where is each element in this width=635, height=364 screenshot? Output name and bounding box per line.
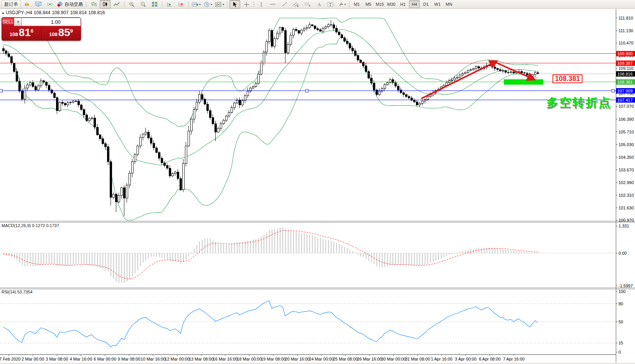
text-tool-icon[interactable]: A — [313, 0, 324, 8]
equidistant-channel-tool-icon[interactable]: E — [290, 0, 301, 8]
one-click-trading-panel: SELL ▼ ▲ BUY 108 81 6 108 85 9 — [2, 17, 81, 41]
axis-label-108.381: 108.381 — [616, 79, 635, 85]
svg-text:107.909: 107.909 — [617, 89, 633, 93]
tf-h4[interactable]: H4 — [409, 0, 420, 8]
svg-text:20 Mar 16:00: 20 Mar 16:00 — [285, 357, 310, 361]
vertical-line-tool-icon[interactable] — [256, 0, 267, 8]
svg-text:109.900: 109.900 — [617, 51, 633, 56]
svg-text:107.070: 107.070 — [619, 104, 634, 109]
separator — [254, 1, 254, 7]
deposit-gold-icon[interactable] — [21, 0, 32, 8]
support-zone-rect[interactable] — [504, 79, 543, 85]
arrows-tool-button[interactable]: ▾ — [336, 0, 347, 8]
text-label-tool-icon[interactable]: T — [325, 0, 336, 8]
rsi-line — [3, 301, 538, 347]
auto-scroll-icon[interactable] — [164, 0, 175, 8]
sell-price[interactable]: 108 81 6 — [2, 26, 41, 40]
chart-shift-icon[interactable] — [176, 0, 186, 8]
sell-price-figure: 108 — [10, 31, 18, 37]
price-annotation-box[interactable]: 108.381 — [553, 74, 582, 83]
svg-text:105.030: 105.030 — [619, 142, 634, 147]
separator — [227, 1, 228, 7]
tf-m1[interactable]: M1 — [351, 0, 362, 8]
buy-price-pips: 85 — [58, 27, 70, 38]
autotrading-button[interactable]: 自动交易 — [56, 0, 84, 8]
collapse-triangle-icon[interactable]: ▲ — [2, 11, 5, 15]
svg-text:T: T — [329, 2, 332, 7]
crosshair-tool-icon[interactable] — [241, 0, 252, 8]
tf-m5[interactable]: M5 — [363, 0, 374, 8]
indicators-button[interactable]: ▾ — [191, 0, 202, 8]
svg-text:108.816: 108.816 — [617, 72, 633, 76]
chevron-down-icon[interactable]: ▾ — [223, 3, 224, 6]
tile-windows-icon[interactable] — [149, 0, 160, 8]
bollinger-bands — [3, 18, 538, 220]
templates-button[interactable]: ▾ — [214, 0, 225, 8]
lot-decrease-button[interactable]: ▼ — [14, 18, 22, 26]
candles — [2, 20, 539, 216]
terminal-icon[interactable] — [33, 0, 44, 8]
macd-signal-line — [3, 231, 538, 279]
horizontal-line-tool-icon[interactable] — [267, 0, 278, 8]
fibonacci-tool-icon[interactable]: F — [302, 0, 313, 8]
chinese-annotation[interactable]: 多空转折点 — [546, 95, 612, 111]
time-axis[interactable]: 27 Feb 20202 Mar 00:003 Mar 08:004 Mar 1… — [0, 355, 524, 361]
macd-label: MACD(12,26,9) 0.1272 0.1737 — [2, 223, 59, 228]
svg-text:A: A — [317, 2, 321, 7]
tf-d1[interactable]: D1 — [421, 0, 431, 8]
svg-text:100.970: 100.970 — [619, 218, 634, 222]
new-order-button[interactable]: 新订单 — [2, 0, 21, 8]
svg-text:101.630: 101.630 — [619, 206, 634, 210]
autotrading-label: 自动交易 — [64, 1, 83, 8]
svg-text:102.310: 102.310 — [619, 193, 634, 198]
candlestick-mode-icon[interactable] — [100, 0, 111, 8]
svg-text:3 Mar 08:00: 3 Mar 08:00 — [46, 357, 68, 361]
tf-m15[interactable]: M15 — [374, 0, 385, 8]
svg-text:9 Mar 08:00: 9 Mar 08:00 — [118, 357, 140, 361]
zoom-in-icon[interactable] — [126, 0, 137, 8]
separator — [188, 1, 189, 7]
price-axis[interactable]: 111.810111.130110.470109.790109.110108.4… — [616, 16, 634, 222]
tf-h1[interactable]: H1 — [397, 0, 408, 8]
cursor-tool-icon[interactable] — [229, 0, 240, 8]
open-value: 108.844 — [34, 10, 50, 15]
svg-text:15: 15 — [619, 341, 623, 345]
svg-text:109.110: 109.110 — [619, 66, 633, 71]
axis-label-108.816: 108.816 — [616, 71, 635, 77]
chart-window[interactable]: 111.810111.130110.470109.790109.110108.4… — [0, 9, 635, 364]
chevron-down-icon[interactable]: ▾ — [211, 3, 212, 6]
sell-button[interactable]: SELL — [2, 18, 14, 26]
lot-size-input[interactable] — [22, 18, 81, 26]
sell-price-point: 6 — [31, 28, 33, 34]
axis-label-107.909: 107.909 — [616, 88, 635, 94]
symbol-label: USDJPY-,H4 — [6, 10, 32, 15]
chevron-down-icon[interactable]: ▾ — [345, 3, 346, 6]
bb-lower — [3, 37, 538, 221]
svg-text:50: 50 — [619, 320, 623, 324]
buy-price[interactable]: 108 85 9 — [41, 26, 81, 40]
low-value: 108.814 — [70, 10, 87, 15]
buy-price-point: 9 — [70, 28, 73, 34]
svg-text:F: F — [309, 5, 310, 7]
svg-text:111.130: 111.130 — [619, 28, 633, 33]
periods-button[interactable]: ▾ — [203, 0, 213, 8]
svg-text:105.710: 105.710 — [619, 130, 634, 134]
tf-w1[interactable]: W1 — [432, 0, 443, 8]
trendline-tool-icon[interactable] — [279, 0, 290, 8]
bar-chart-mode-icon[interactable] — [88, 0, 99, 8]
svg-text:0: 0 — [619, 350, 621, 354]
sell-price-pips: 81 — [19, 27, 31, 38]
tf-m30[interactable]: M30 — [386, 0, 397, 8]
svg-text:10 Mar 16:00: 10 Mar 16:00 — [141, 357, 166, 361]
svg-text:103.670: 103.670 — [619, 168, 634, 172]
macd-indicator: 1.3310.00-1.5997 — [0, 224, 633, 288]
line-chart-mode-icon[interactable] — [111, 0, 122, 8]
signals-icon[interactable] — [45, 0, 55, 8]
zoom-out-icon[interactable] — [138, 0, 148, 8]
tf-mn[interactable]: MN — [444, 0, 454, 8]
price-chart[interactable]: 111.810111.130110.470109.790109.110108.4… — [0, 9, 635, 364]
svg-text:100: 100 — [619, 289, 625, 294]
price-lines[interactable] — [0, 54, 616, 100]
chevron-down-icon[interactable]: ▾ — [199, 3, 201, 6]
svg-text:13 Mar 08:00: 13 Mar 08:00 — [189, 357, 214, 361]
